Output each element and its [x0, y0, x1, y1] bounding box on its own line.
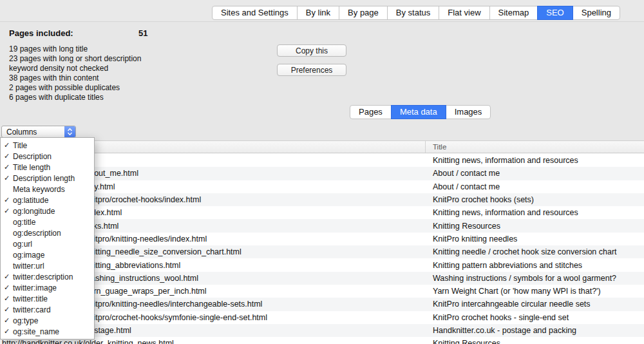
copy-this-button[interactable]: Copy this	[277, 44, 346, 57]
view-tab[interactable]: Meta data	[391, 105, 446, 119]
columns-menu-item-label: Meta keywords	[13, 185, 65, 194]
columns-menu-item-label: og:site_name	[13, 327, 59, 336]
checkmark-icon	[1, 294, 13, 303]
columns-menu-item[interactable]: Description length	[1, 173, 94, 184]
columns-menu-item[interactable]: Title	[1, 140, 94, 151]
columns-menu-item[interactable]: og:type	[1, 315, 94, 326]
table-row[interactable]: http://handknitter.co.uk/yarn_guage_wrap…	[0, 285, 644, 298]
title-cell: Knitting pattern abbreviations and stitc…	[426, 261, 644, 270]
columns-menu-item-label: Title	[13, 141, 27, 150]
top-tab[interactable]: Flat view	[439, 6, 489, 20]
checkmark-icon	[1, 152, 13, 160]
title-cell: KnitPro knitting needles	[426, 234, 644, 244]
title-cell: Washing instructions / symbols for a woo…	[426, 274, 644, 283]
table-row[interactable]: http://handknitter.co.uk/older_knitting_…	[0, 337, 644, 344]
pages-included: Pages included: 51	[9, 28, 202, 38]
table-row[interactable]: http://handknitter.co.uk/about_me.html A…	[0, 167, 644, 180]
columns-menu-item-label: og:type	[13, 316, 38, 325]
top-tab[interactable]: By status	[387, 6, 439, 20]
columns-menu-item[interactable]: og:title	[1, 216, 94, 227]
top-tab[interactable]: Sitemap	[489, 6, 538, 20]
top-tab[interactable]: Spelling	[573, 6, 620, 20]
table-row[interactable]: http://handknitter.co.uk/knitpro/crochet…	[0, 311, 644, 324]
view-tab-bar: Pages Meta data Images	[350, 105, 491, 119]
table-row[interactable]: http://handknitter.co.uk/knitpro/crochet…	[0, 193, 644, 206]
pages-included-count: 51	[138, 28, 147, 38]
title-cell: KnitPro intercahngeable circular needle …	[426, 300, 644, 309]
title-cell: About / contact me	[426, 169, 644, 178]
columns-menu-item-label: og:title	[13, 218, 35, 227]
columns-menu-item[interactable]: og:site_name	[1, 326, 94, 337]
columns-menu-item[interactable]: twitter:card	[1, 304, 94, 315]
checkmark-icon	[1, 283, 13, 292]
columns-menu-item[interactable]: Meta keywords	[1, 184, 94, 195]
columns-dropdown-button[interactable]: Columns	[1, 126, 76, 138]
columns-menu-item-label: Description	[13, 152, 52, 161]
columns-menu-item-label: og:latitude	[13, 196, 48, 205]
title-cell: KnitPro crochet hooks - single-end set	[426, 313, 644, 322]
table-row[interactable]: http://handknitter.co.uk/links.html Knit…	[0, 219, 644, 232]
title-cell: Knitting Resources	[426, 339, 644, 344]
top-tab[interactable]: Sites and Settings	[212, 6, 298, 20]
columns-menu-item[interactable]: og:description	[1, 227, 94, 238]
columns-menu-item-label: twitter:url	[13, 262, 44, 271]
columns-menu-item-label: twitter:title	[13, 294, 48, 303]
columns-menu-item-label: twitter:description	[13, 272, 73, 282]
top-tab[interactable]: By link	[297, 6, 339, 20]
summary-stat-line: 38 pages with thin content	[9, 73, 141, 83]
table-row[interactable]: http://handknitter.co.uk/postage.html Ha…	[0, 324, 644, 337]
columns-menu-item-label: og:url	[13, 240, 32, 249]
top-tab[interactable]: By page	[339, 6, 388, 20]
table-row[interactable]: http://handknitter.co.uk/knitpro/knittin…	[0, 298, 644, 311]
title-cell: Yarn Weight Chart (or 'how many WPI is t…	[426, 287, 644, 296]
summary-stat-line: 2 pages with possible duplicates	[9, 83, 141, 93]
top-tab-bar: Sites and Settings By link By page By st…	[212, 6, 620, 20]
preferences-button[interactable]: Preferences	[277, 64, 346, 76]
title-column-header[interactable]: Title	[426, 141, 644, 153]
columns-menu-item-label: Title length	[13, 163, 50, 172]
columns-menu-item-label: og:description	[13, 229, 61, 238]
table-row[interactable]: http://handknitter.co.uk/buy.html About …	[0, 180, 644, 193]
columns-menu-item[interactable]: Title length	[1, 162, 94, 173]
columns-menu: Title Description Title length Descripti…	[0, 137, 95, 339]
meta-data-table: Title http://handknitter.co.uk Knitting …	[0, 140, 644, 344]
title-cell: Knitting news, information and resources	[426, 156, 644, 165]
title-cell: Knitting Resources	[426, 222, 644, 231]
table-row[interactable]: http://handknitter.co.uk/washing_instruc…	[0, 272, 644, 285]
table-row[interactable]: http://handknitter.co.uk Knitting news, …	[0, 154, 644, 167]
columns-menu-item[interactable]: og:latitude	[1, 195, 94, 205]
title-cell: KnitPro crochet hooks (sets)	[426, 195, 644, 204]
table-row[interactable]: http://handknitter.co.uk/knitting_needle…	[0, 245, 644, 258]
columns-menu-item[interactable]: og:image	[1, 249, 94, 260]
columns-menu-item[interactable]: twitter:title	[1, 293, 94, 304]
checkmark-icon	[1, 316, 13, 325]
columns-menu-item-label: og:image	[13, 251, 44, 260]
columns-menu-item[interactable]: twitter:url	[1, 260, 94, 271]
view-tab[interactable]: Pages	[350, 105, 392, 119]
title-cell: About / contact me	[426, 182, 644, 191]
checkmark-icon	[1, 272, 13, 281]
app-window: Sites and Settings By link By page By st…	[0, 0, 644, 344]
table-row[interactable]: http://handknitter.co.uk/knitting_abbrev…	[0, 258, 644, 271]
columns-menu-item[interactable]: Description	[1, 151, 94, 162]
summary-stat-line: 19 pages with long title	[9, 44, 141, 54]
summary-stat-line: 6 pages with duplicate titles	[9, 93, 141, 102]
checkmark-icon	[1, 327, 13, 336]
top-tab[interactable]: SEO	[537, 6, 573, 20]
table-row[interactable]: http://handknitter.co.uk/index.html Knit…	[0, 206, 644, 219]
checkmark-icon	[1, 305, 13, 314]
table-row[interactable]: http://handknitter.co.uk/knitpro/knittin…	[0, 233, 644, 245]
summary-stat-line: keyword density not checked	[9, 64, 141, 73]
table-body: http://handknitter.co.uk Knitting news, …	[0, 154, 644, 344]
columns-menu-item[interactable]: twitter:description	[1, 271, 94, 282]
chevron-up-down-icon	[64, 126, 75, 137]
toolbar: Sites and Settings By link By page By st…	[0, 0, 644, 22]
title-cell: Knitting news, information and resources	[426, 208, 644, 217]
checkmark-icon	[1, 174, 13, 182]
columns-menu-item[interactable]: og:longitude	[1, 205, 94, 216]
columns-menu-item[interactable]: twitter:image	[1, 282, 94, 293]
columns-menu-item[interactable]: og:url	[1, 238, 94, 249]
view-tab[interactable]: Images	[446, 105, 491, 119]
summary-stat-line: 23 pages with long or short description	[9, 54, 141, 64]
summary-stats: 19 pages with long title 23 pages with l…	[9, 44, 141, 102]
